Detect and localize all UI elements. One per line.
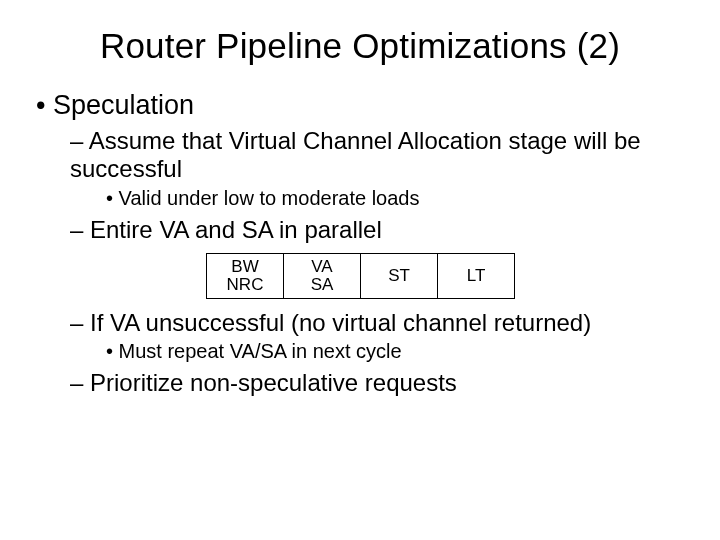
bullet-list-l3: Must repeat VA/SA in next cycle bbox=[106, 340, 684, 364]
stage-label: BW bbox=[231, 258, 258, 276]
bullet-text: Prioritize non-speculative requests bbox=[90, 369, 457, 396]
slide: Router Pipeline Optimizations (2) Specul… bbox=[0, 0, 720, 540]
pipeline-stage: LT bbox=[437, 253, 515, 299]
bullet-list-l2: Assume that Virtual Channel Allocation s… bbox=[70, 127, 684, 245]
bullet-l2: Assume that Virtual Channel Allocation s… bbox=[70, 127, 684, 210]
bullet-l2: Prioritize non-speculative requests bbox=[70, 369, 684, 397]
pipeline-stage: VA SA bbox=[283, 253, 361, 299]
stage-label: ST bbox=[388, 267, 410, 285]
stage-label: VA bbox=[311, 258, 332, 276]
pipeline-diagram: BW NRC VA SA ST LT bbox=[206, 253, 684, 299]
bullet-text: Speculation bbox=[53, 90, 194, 120]
bullet-text: Assume that Virtual Channel Allocation s… bbox=[70, 127, 641, 182]
pipeline-stage: ST bbox=[360, 253, 438, 299]
stage-label: NRC bbox=[227, 276, 264, 294]
bullet-text: Must repeat VA/SA in next cycle bbox=[119, 340, 402, 362]
bullet-text: Valid under low to moderate loads bbox=[119, 187, 420, 209]
bullet-l2: If VA unsuccessful (no virtual channel r… bbox=[70, 309, 684, 364]
bullet-l2: Entire VA and SA in parallel bbox=[70, 216, 684, 244]
bullet-list-l2: If VA unsuccessful (no virtual channel r… bbox=[70, 309, 684, 398]
bullet-list-l3: Valid under low to moderate loads bbox=[106, 187, 684, 211]
bullet-text: Entire VA and SA in parallel bbox=[90, 216, 382, 243]
bullet-l3: Valid under low to moderate loads bbox=[106, 187, 684, 211]
bullet-text: If VA unsuccessful (no virtual channel r… bbox=[90, 309, 591, 336]
slide-title: Router Pipeline Optimizations (2) bbox=[36, 26, 684, 66]
pipeline-stage: BW NRC bbox=[206, 253, 284, 299]
bullet-l3: Must repeat VA/SA in next cycle bbox=[106, 340, 684, 364]
bullet-list: Speculation Assume that Virtual Channel … bbox=[36, 90, 684, 398]
bullet-l1: Speculation Assume that Virtual Channel … bbox=[36, 90, 684, 398]
stage-label: LT bbox=[467, 267, 486, 285]
stage-label: SA bbox=[311, 276, 334, 294]
